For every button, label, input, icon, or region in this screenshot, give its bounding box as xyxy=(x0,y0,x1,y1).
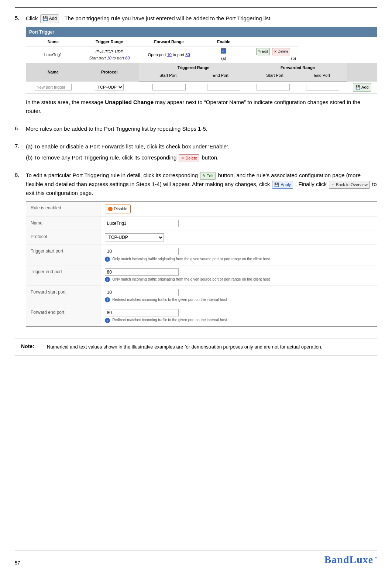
page-footer: 57 BandLuxe™ xyxy=(15,550,377,566)
pt-header-row: Name Trigger Range Forward Range Enable xyxy=(26,37,377,47)
pt-sub-add xyxy=(347,63,377,82)
step-6-number: 6. xyxy=(15,124,26,131)
step-6-text: More rules can be added to the Port Trig… xyxy=(26,124,377,133)
orange-dot-icon xyxy=(108,207,113,211)
trademark: ™ xyxy=(373,556,377,560)
pt-protocol-select[interactable]: TCP+UDP TCP UDP xyxy=(95,84,124,90)
config-row-fwd-start: Forward start port i Redirect matched in… xyxy=(26,285,377,306)
pt-name-input[interactable] xyxy=(35,84,72,90)
add-button-inline[interactable]: 💾 Add xyxy=(40,14,59,23)
config-label-name: Name xyxy=(26,217,100,230)
pt-col-name: Name xyxy=(26,37,80,47)
pt-sub-triggered: Triggered Range Start Port End Port xyxy=(139,63,248,82)
pt-add-cell: 💾 Add xyxy=(347,82,377,93)
step-8-number: 8. xyxy=(15,171,26,178)
pt-protocol-cell: TCP+UDP TCP UDP xyxy=(80,82,139,93)
pt-trig-start-cell xyxy=(139,82,199,93)
config-value-protocol: TCP-UDP TCP UDP xyxy=(100,230,377,245)
config-row-protocol: Protocol TCP-UDP TCP UDP xyxy=(26,230,377,245)
config-trig-end-input[interactable] xyxy=(105,268,179,276)
step-8-content: To edit a particular Port Triggering rul… xyxy=(26,171,377,331)
info-icon-2: i xyxy=(105,277,110,282)
config-label-enabled: Rule is enabled xyxy=(26,202,100,216)
pt-input-row: TCP+UDP TCP UDP xyxy=(26,82,377,93)
pt-add-btn[interactable]: 💾 Add xyxy=(353,83,371,92)
pt-fwd-start-cell xyxy=(248,82,298,93)
pt-trig-end-cell xyxy=(199,82,248,93)
step-7-number: 7. xyxy=(15,142,26,149)
fwd-end-hint: i Redirect matched incoming traffic to t… xyxy=(105,317,373,323)
config-protocol-select[interactable]: TCP-UDP TCP UDP xyxy=(105,233,164,241)
note-box: Note: Numerical and text values shown in… xyxy=(15,339,377,356)
apply-btn-inline[interactable]: 💾 Apply xyxy=(272,181,293,189)
config-value-name xyxy=(100,217,377,230)
pt-fwd-end-input[interactable] xyxy=(306,84,339,90)
config-fwd-end-input[interactable] xyxy=(105,309,179,316)
pt-sub-forwarded: Forwarded Range Start Port End Port xyxy=(248,63,347,82)
trig-start-hint: i Only match incoming traffic originatin… xyxy=(105,256,373,262)
config-table: Rule is enabled Disable Name xyxy=(26,202,377,326)
brand-name: BandLuxe xyxy=(324,554,374,565)
pt-subheader-row: Name Protocol Triggered Range Start Port… xyxy=(26,63,377,82)
back-arrow-icon: ← xyxy=(331,182,335,188)
config-label-trig-start: Trigger start port xyxy=(26,245,100,265)
info-icon-3: i xyxy=(105,297,110,302)
pt-row-forward: Open port 10 to port 80 xyxy=(139,47,199,63)
edit-icon-inline: ✎ xyxy=(202,173,206,179)
config-label-trig-end: Trigger end port xyxy=(26,265,100,285)
config-label-protocol: Protocol xyxy=(26,230,100,245)
pt-col-enable: Enable xyxy=(199,37,248,47)
config-label-fwd-start: Forward start port xyxy=(26,285,100,306)
page-number: 57 xyxy=(15,560,20,566)
step-5-number: 5. xyxy=(15,14,26,21)
port-trigger-table-box: Port Trigger Name Trigger Range Forward … xyxy=(26,27,377,94)
config-row-name: Name xyxy=(26,217,377,230)
step-5-text: Click 💾 Add . The port triggering rule y… xyxy=(26,14,377,23)
pt-data-row: LuxeTrig1 IPv4-TCP, UDP Start port 10 to… xyxy=(26,47,377,63)
pt-col-forward: Forward Range xyxy=(139,37,199,47)
back-btn-inline[interactable]: ← Back to Overview xyxy=(329,181,370,189)
info-icon-4: i xyxy=(105,318,110,323)
fwd-start-hint: i Redirect matched incoming traffic to t… xyxy=(105,297,373,303)
info-icon-1: i xyxy=(105,257,110,262)
pt-fwd-start-input[interactable] xyxy=(257,84,290,90)
brand-luxe: Luxe xyxy=(350,554,374,565)
delete-btn-inline[interactable]: ✕ Delete xyxy=(179,154,199,162)
step-5-content: Click 💾 Add . The port triggering rule y… xyxy=(26,14,377,118)
pt-trig-end-input[interactable] xyxy=(207,84,240,90)
page-divider xyxy=(15,7,377,8)
pt-delete-btn[interactable]: ✕ Delete xyxy=(272,48,290,55)
config-value-enabled: Disable xyxy=(100,202,377,216)
pt-add-icon: 💾 xyxy=(355,84,361,91)
config-value-trig-end: i Only match incoming traffic originatin… xyxy=(100,265,377,285)
pt-label-a: (a) xyxy=(202,55,246,62)
config-fwd-start-input[interactable] xyxy=(105,289,179,296)
step-7: 7. (a) To enable or disable a Port Forwa… xyxy=(15,142,377,164)
enable-checkbox[interactable] xyxy=(221,48,226,54)
pt-row-enable: (a) xyxy=(199,47,248,63)
unapplied-text: Unapplied Change xyxy=(105,99,154,105)
apply-icon: 💾 xyxy=(274,182,279,188)
note-label: Note: xyxy=(21,343,47,349)
step-5-text-before: Click xyxy=(26,15,38,21)
step-7-content: (a) To enable or disable a Port Forwards… xyxy=(26,142,377,164)
brand-logo: BandLuxe™ xyxy=(324,554,377,566)
pt-trigger-proto: IPv4-TCP, UDP xyxy=(82,49,137,55)
pt-trig-start-input[interactable] xyxy=(152,84,186,90)
pt-row-name: LuxeTrig1 xyxy=(26,47,80,63)
pt-trigger-port: Start port 10 to port 80 xyxy=(82,55,137,62)
pt-main-table: Name Trigger Range Forward Range Enable … xyxy=(26,37,377,93)
config-value-fwd-end: i Redirect matched incoming traffic to t… xyxy=(100,306,377,326)
step-6: 6. More rules can be added to the Port T… xyxy=(15,124,377,135)
config-name-input[interactable] xyxy=(105,220,179,227)
pt-sub-protocol: Protocol xyxy=(80,63,139,82)
config-value-fwd-start: i Redirect matched incoming traffic to t… xyxy=(100,285,377,306)
step-7-text-a: (a) To enable or disable a Port Forwards… xyxy=(26,142,377,151)
pt-edit-btn[interactable]: ✎ Edit xyxy=(256,48,270,55)
pt-label-b: (b) xyxy=(250,55,296,62)
edit-btn-inline[interactable]: ✎ Edit xyxy=(200,172,216,180)
config-trig-start-input[interactable] xyxy=(105,248,179,255)
disable-button[interactable]: Disable xyxy=(105,205,131,213)
fwd-start-link: 10 xyxy=(167,52,172,57)
config-row-trig-end: Trigger end port i Only match incoming t… xyxy=(26,265,377,285)
